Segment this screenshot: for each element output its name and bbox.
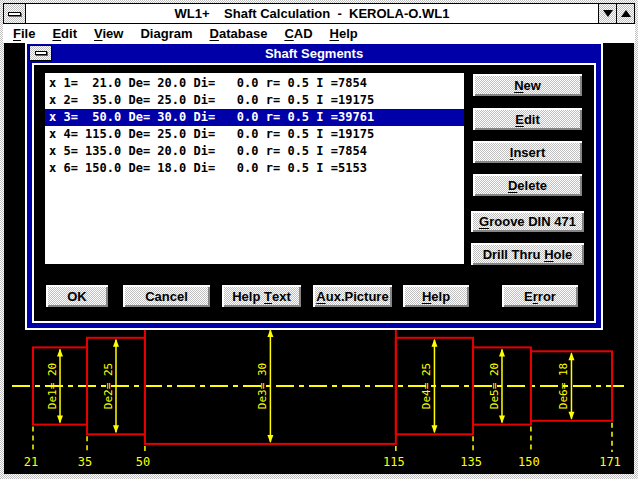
svg-text:De5= 20: De5= 20: [488, 363, 501, 409]
svg-text:De3= 30: De3= 30: [256, 363, 269, 409]
new-button[interactable]: New: [472, 73, 583, 97]
menu-item-file[interactable]: File: [13, 26, 35, 41]
svg-text:De4= 25: De4= 25: [420, 363, 433, 409]
svg-text:135: 135: [460, 455, 482, 469]
menu-item-view[interactable]: View: [94, 26, 123, 41]
svg-text:150: 150: [518, 455, 540, 469]
menu-bar: FileEditViewDiagramDatabaseCADHelp: [3, 24, 635, 43]
menu-item-cad[interactable]: CAD: [284, 26, 312, 41]
system-menu-icon: [8, 12, 21, 16]
application-window: WL1+ Shaft Calculation - KEROLA-O.WL1 Fi…: [0, 0, 638, 479]
shaft-segment-row-2[interactable]: x 2= 35.0 De= 25.0 Di= 0.0 r= 0.5 I =191…: [45, 92, 464, 109]
maximize-icon: [621, 10, 631, 17]
dialog-title: Shaft Segments: [27, 44, 601, 63]
insert-button[interactable]: Insert: [472, 140, 583, 164]
svg-text:171: 171: [599, 455, 621, 469]
menu-item-diagram[interactable]: Diagram: [140, 26, 192, 41]
edit-button[interactable]: Edit: [472, 107, 583, 131]
svg-text:De2= 25: De2= 25: [102, 363, 115, 409]
svg-text:50: 50: [136, 455, 150, 469]
ok-button[interactable]: OK: [44, 283, 110, 309]
svg-text:21: 21: [24, 455, 38, 469]
delete-button[interactable]: Delete: [472, 173, 583, 197]
menu-item-database[interactable]: Database: [210, 26, 268, 41]
system-menu-button[interactable]: [4, 4, 26, 23]
shaft-segment-row-6[interactable]: x 6= 150.0 De= 18.0 Di= 0.0 r= 0.5 I =51…: [45, 160, 464, 177]
menu-item-edit[interactable]: Edit: [52, 26, 77, 41]
cancel-button[interactable]: Cancel: [122, 284, 211, 308]
dialog-content: x 1= 21.0 De= 20.0 Di= 0.0 r= 0.5 I =785…: [32, 63, 596, 323]
help-text-button[interactable]: Help Text: [221, 284, 302, 308]
shaft-segment-row-4[interactable]: x 4= 115.0 De= 25.0 Di= 0.0 r= 0.5 I =19…: [45, 126, 464, 143]
minimize-icon: [603, 10, 613, 17]
shaft-segments-list[interactable]: x 1= 21.0 De= 20.0 Di= 0.0 r= 0.5 I =785…: [44, 72, 465, 265]
svg-text:De6= 18: De6= 18: [557, 363, 570, 409]
svg-text:35: 35: [78, 455, 92, 469]
groove-din-471-button[interactable]: Groove DIN 471: [470, 210, 585, 233]
main-titlebar: WL1+ Shaft Calculation - KEROLA-O.WL1: [3, 3, 635, 24]
shaft-segment-row-1[interactable]: x 1= 21.0 De= 20.0 Di= 0.0 r= 0.5 I =785…: [45, 75, 464, 92]
menu-item-help[interactable]: Help: [330, 26, 358, 41]
shaft-segments-dialog: Shaft Segments x 1= 21.0 De= 20.0 Di= 0.…: [25, 42, 603, 330]
window-buttons: [598, 4, 634, 23]
shaft-segment-row-5[interactable]: x 5= 135.0 De= 20.0 Di= 0.0 r= 0.5 I =78…: [45, 143, 464, 160]
error-button[interactable]: Error: [501, 284, 579, 308]
maximize-button[interactable]: [616, 4, 634, 23]
dialog-titlebar[interactable]: Shaft Segments: [27, 44, 601, 63]
shaft-segment-row-3[interactable]: x 3= 50.0 De= 30.0 Di= 0.0 r= 0.5 I =397…: [45, 109, 464, 126]
svg-text:115: 115: [383, 455, 405, 469]
minimize-button[interactable]: [598, 4, 616, 23]
help-button[interactable]: Help: [402, 284, 470, 308]
window-title: WL1+ Shaft Calculation - KEROLA-O.WL1: [26, 4, 598, 23]
aux-picture-button[interactable]: Aux.Picture: [312, 284, 393, 308]
drill-thru-hole-button[interactable]: Drill Thru Hole: [470, 242, 585, 266]
svg-text:De1= 20: De1= 20: [46, 363, 59, 409]
